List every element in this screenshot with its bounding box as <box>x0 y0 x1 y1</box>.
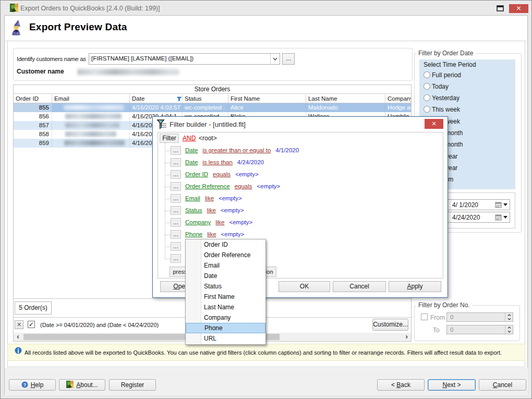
radio-this-week[interactable] <box>424 106 430 113</box>
cancel-button[interactable]: Cancel <box>479 379 526 391</box>
condition-menu-button[interactable]: ... <box>171 254 181 263</box>
radio-today[interactable] <box>424 83 430 90</box>
dropdown-item-date[interactable]: Date <box>186 271 265 281</box>
to-spinner-value: 0 <box>450 327 453 333</box>
about-button[interactable]: About... <box>59 379 105 391</box>
condition-field-link[interactable]: Status <box>185 207 202 213</box>
grid-band-header[interactable]: Store Orders <box>14 85 411 94</box>
register-button[interactable]: Register <box>109 379 156 391</box>
about-button-label: About... <box>76 381 98 389</box>
next-button[interactable]: Next > <box>428 379 476 391</box>
condition-operator-link[interactable]: like <box>215 219 224 225</box>
column-header-status[interactable]: Status <box>183 94 228 103</box>
radio-label-today[interactable]: Today <box>432 83 449 90</box>
order-no-to-spinner[interactable]: 0 <box>446 325 513 334</box>
column-header-order-id[interactable]: Order ID <box>14 94 52 103</box>
combo-dropdown-icon[interactable] <box>270 54 280 64</box>
condition-field-link[interactable]: Company <box>185 219 211 225</box>
condition-field-link[interactable]: Date <box>185 159 198 165</box>
order-no-groupbox <box>414 305 520 341</box>
dropdown-arrow-icon <box>503 203 507 206</box>
spin-up-icon[interactable] <box>505 313 513 317</box>
dialog-cancel-button[interactable]: Cancel <box>333 281 386 292</box>
condition-value-link[interactable]: <empty> <box>219 195 242 201</box>
dropdown-item-order-id[interactable]: Order ID <box>186 239 265 250</box>
order-no-from-spinner[interactable]: 0 <box>446 312 513 322</box>
order-no-checkbox[interactable] <box>421 313 428 320</box>
condition-menu-button[interactable]: ... <box>171 146 181 155</box>
date-to-picker-button[interactable] <box>493 213 509 222</box>
condition-field-link[interactable]: Order ID <box>185 171 208 177</box>
condition-menu-button[interactable]: ... <box>171 218 181 227</box>
customize-button[interactable]: Customize... <box>372 319 408 331</box>
grid-row-855[interactable]: 855 4/16/2020 4:03:57 P wc-completed Ali… <box>14 103 411 112</box>
condition-field-link[interactable]: Date <box>185 147 198 153</box>
radio-label-this-week[interactable]: This week <box>432 106 460 113</box>
dropdown-item-company[interactable]: Company <box>186 312 265 323</box>
condition-value-link[interactable]: <empty> <box>235 171 259 177</box>
condition-operator-link[interactable]: equals <box>235 183 252 189</box>
condition-menu-button[interactable]: ... <box>171 242 181 251</box>
help-button[interactable]: ? Help <box>9 379 56 391</box>
condition-operator-link[interactable]: is less than <box>202 159 233 165</box>
column-header-last-name[interactable]: Last Name <box>306 94 385 103</box>
dialog-close-button[interactable]: ✕ <box>425 119 443 129</box>
dropdown-arrow-icon <box>503 216 507 219</box>
back-button[interactable]: < Back <box>377 379 425 391</box>
condition-value-link[interactable]: <empty> <box>221 207 244 213</box>
close-button[interactable]: ✕ <box>509 4 528 13</box>
condition-field-link[interactable]: Email <box>185 195 200 201</box>
dialog-ok-button[interactable]: OK <box>279 281 330 292</box>
scrollbar-right-arrow[interactable]: › <box>402 333 411 341</box>
condition-menu-button[interactable]: ... <box>171 230 181 239</box>
condition-field-link[interactable]: Order Reference <box>185 183 230 189</box>
tree-stub <box>165 235 171 235</box>
condition-operator-link[interactable]: like <box>207 231 216 237</box>
cell-company: Hodge an <box>385 103 411 112</box>
condition-operator-link[interactable]: like <box>205 195 214 201</box>
filter-remove-button[interactable]: ✕ <box>15 320 23 329</box>
scrollbar-left-arrow[interactable]: ‹ <box>14 333 22 341</box>
condition-operator-link[interactable]: equals <box>213 171 231 177</box>
dropdown-item-email[interactable]: Email <box>186 260 265 271</box>
group-operator-link[interactable]: AND <box>183 135 196 142</box>
condition-menu-button[interactable]: ... <box>171 182 181 191</box>
condition-operator-link[interactable]: like <box>207 207 216 213</box>
spin-down-icon[interactable] <box>505 317 513 321</box>
dropdown-item-last-name[interactable]: Last Name <box>186 302 265 312</box>
date-from-picker-button[interactable] <box>493 200 509 209</box>
dialog-apply-button[interactable]: Apply <box>389 281 441 292</box>
dropdown-item-phone[interactable]: Phone <box>186 323 265 333</box>
condition-operator-link[interactable]: is greater than or equal to <box>202 147 271 153</box>
spin-down-icon[interactable] <box>505 330 513 334</box>
condition-menu-button[interactable]: ... <box>171 194 181 203</box>
condition-value-link[interactable]: 4/1/2020 <box>275 147 299 153</box>
condition-value-link[interactable]: <empty> <box>229 219 252 225</box>
condition-value-link[interactable]: 4/24/2020 <box>237 159 264 165</box>
radio-full-period[interactable] <box>424 71 430 78</box>
column-header-company[interactable]: Company <box>385 94 411 103</box>
date-filter-icon[interactable] <box>177 96 182 101</box>
order-no-from-label: From <box>430 314 445 321</box>
column-header-date[interactable]: Date <box>130 94 183 103</box>
condition-value-link[interactable]: <empty> <box>257 183 281 189</box>
minimize-button[interactable] <box>496 5 505 12</box>
column-header-first-name[interactable]: First Name <box>228 94 306 103</box>
dropdown-item-order-reference[interactable]: Order Reference <box>186 250 265 260</box>
condition-value-link[interactable]: <empty> <box>221 231 245 237</box>
radio-label-full-period[interactable]: Full period <box>432 71 461 79</box>
radio-label-yesterday[interactable]: Yesterday <box>432 94 460 102</box>
dropdown-item-first-name[interactable]: First Name <box>186 292 265 302</box>
condition-menu-button[interactable]: ... <box>171 158 181 167</box>
radio-yesterday[interactable] <box>424 94 430 101</box>
filter-enabled-checkbox[interactable]: ✓ <box>28 321 35 328</box>
condition-menu-button[interactable]: ... <box>171 206 181 215</box>
dropdown-item-url[interactable]: URL <box>186 333 265 344</box>
condition-field-link[interactable]: Phone <box>185 231 202 237</box>
identify-browse-button[interactable]: ... <box>282 53 295 65</box>
column-header-email[interactable]: Email <box>52 94 130 103</box>
dropdown-item-status[interactable]: Status <box>186 281 265 292</box>
filter-root-node-button[interactable]: Filter <box>160 134 179 143</box>
spin-up-icon[interactable] <box>505 325 513 330</box>
condition-menu-button[interactable]: ... <box>171 170 181 179</box>
